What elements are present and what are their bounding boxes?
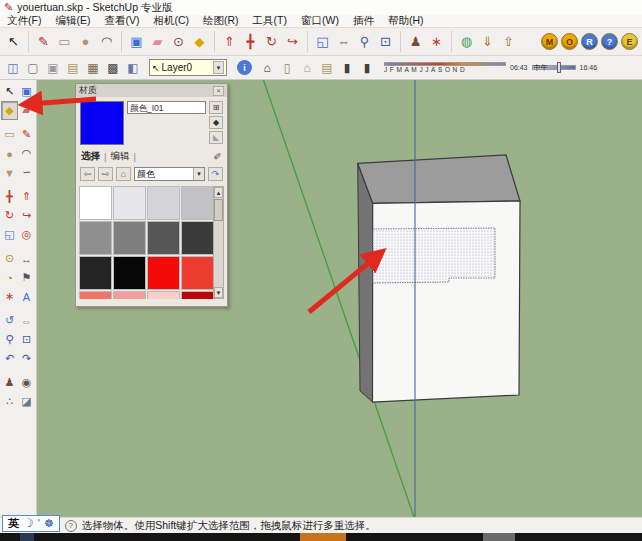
dimension-tool-button[interactable]: ↔	[18, 249, 35, 268]
color-swatch[interactable]	[147, 221, 180, 255]
xray-mode-button[interactable]: ◫	[3, 58, 23, 78]
orbit-tool-button[interactable]: ↺	[1, 311, 18, 330]
arc-tool-button[interactable]: ◠	[18, 144, 35, 163]
rectangle-tool-button[interactable]: ▭	[1, 125, 18, 144]
zoom-extents-button[interactable]: ⊡	[18, 330, 35, 349]
box-light-icon[interactable]: ▯	[277, 58, 297, 78]
tape-measure-button[interactable]: ⊙	[1, 249, 18, 268]
community-badge-button[interactable]: O	[561, 33, 578, 50]
color-swatch[interactable]	[147, 256, 180, 290]
color-swatch[interactable]	[181, 221, 214, 255]
zoom-tool-button[interactable]: ⚲	[1, 330, 18, 349]
zoom-tool-button[interactable]: ⚲	[354, 31, 375, 52]
make-component-button[interactable]: ▣	[121, 31, 147, 52]
color-swatch[interactable]	[147, 186, 180, 220]
color-swatch[interactable]	[79, 186, 112, 220]
scroll-down-icon[interactable]: ▼	[214, 287, 223, 298]
axes-tool-button[interactable]: ∗	[1, 287, 18, 306]
color-swatch[interactable]	[181, 186, 214, 220]
materials-dialog-titlebar[interactable]: 材质 ✕	[76, 84, 227, 97]
house-outline-icon[interactable]: ⌂	[297, 58, 317, 78]
move-tool-button[interactable]: ╋	[240, 31, 261, 52]
menu-item[interactable]: 相机(C)	[146, 14, 196, 28]
eraser-tool-button[interactable]: ▰	[18, 101, 35, 120]
paint-bucket-button[interactable]: ◆	[189, 31, 210, 52]
get-models-button[interactable]: ⇓	[477, 31, 498, 52]
scrollbar-thumb[interactable]	[214, 199, 223, 221]
rotate-tool-button[interactable]: ↻	[261, 31, 282, 52]
rectangle-tool-button[interactable]: ▭	[54, 31, 75, 52]
protractor-tool-button[interactable]: ◔	[1, 268, 18, 287]
color-swatch[interactable]	[113, 186, 146, 220]
look-around-button[interactable]: ◉	[18, 373, 35, 392]
pan-tool-button[interactable]: ⇔	[18, 311, 35, 330]
axes-tool-button[interactable]: ∗	[426, 31, 447, 52]
eraser-tool-button[interactable]: ▰	[147, 31, 168, 52]
collection-dropdown[interactable]: 颜色 ▼	[134, 167, 205, 181]
polygon-tool-button[interactable]: ▼	[1, 163, 18, 182]
shadow-time-slider[interactable]: 中午	[532, 65, 576, 70]
3d-text-tool-button[interactable]: A	[18, 287, 35, 306]
rotate-tool-button[interactable]: ↻	[1, 206, 18, 225]
scroll-up-icon[interactable]: ▲	[214, 187, 223, 198]
pan-tool-button[interactable]: ⇔	[333, 31, 354, 52]
select-tool-button[interactable]: ↖	[3, 31, 24, 52]
moon-icon[interactable]: ☽	[23, 516, 34, 530]
scale-tool-button[interactable]: ◱	[307, 31, 333, 52]
layer-dropdown[interactable]: ↖ Layer0 ▼	[149, 59, 227, 76]
community-badge-button[interactable]: ?	[601, 33, 618, 50]
punctuation-icon[interactable]: '	[38, 517, 40, 529]
offset-tool-button[interactable]: ◎	[18, 225, 35, 244]
menu-item[interactable]: 工具(T)	[246, 14, 294, 28]
position-camera-button[interactable]: ♟	[400, 31, 426, 52]
google-earth-button[interactable]: ◍	[451, 31, 477, 52]
back-button[interactable]: ⇦	[80, 167, 95, 181]
push-pull-button[interactable]: ⇑	[214, 31, 240, 52]
circle-tool-button[interactable]: ●	[75, 31, 96, 52]
tab-edit[interactable]: 编辑	[110, 150, 129, 163]
paint-bucket-button[interactable]: ◆	[1, 101, 18, 120]
home-button[interactable]: ⌂	[116, 167, 131, 181]
color-swatch[interactable]	[147, 291, 180, 299]
ime-toolbar[interactable]: 英 ☽ ' ☸	[2, 515, 60, 532]
community-badge-button[interactable]: R	[581, 33, 598, 50]
zoom-next-button[interactable]: ↷	[18, 349, 35, 368]
follow-me-button[interactable]: ↪	[18, 206, 35, 225]
color-swatch[interactable]	[181, 291, 214, 299]
select-tool-button[interactable]: ↖	[1, 82, 18, 101]
selected-face[interactable]	[373, 228, 495, 283]
menu-item[interactable]: 编辑(E)	[48, 14, 97, 28]
tape-measure-button[interactable]: ⊙	[168, 31, 189, 52]
help-icon[interactable]: ?	[65, 520, 77, 532]
menu-item[interactable]: 插件	[346, 14, 381, 28]
move-tool-button[interactable]: ╋	[1, 187, 18, 206]
box-left-face[interactable]	[358, 163, 373, 402]
set-default-material-button[interactable]: ◆	[209, 116, 223, 129]
community-badge-button[interactable]: M	[541, 33, 558, 50]
color-swatch[interactable]	[113, 256, 146, 290]
zoom-extents-button[interactable]: ⊡	[375, 31, 396, 52]
make-component-button[interactable]: ▣	[18, 82, 35, 101]
follow-me-button[interactable]: ↪	[282, 31, 303, 52]
zoom-previous-button[interactable]: ↶	[1, 349, 18, 368]
sample-corner-button[interactable]: ◣	[209, 131, 223, 144]
walk-tool-button[interactable]: ∴	[1, 392, 18, 411]
menu-item[interactable]: 绘图(R)	[196, 14, 246, 28]
clipboard-icon-1[interactable]: ▮	[337, 58, 357, 78]
sample-paint-icon[interactable]: ✐	[214, 151, 222, 162]
menu-item[interactable]: 帮助(H)	[381, 14, 431, 28]
wireframe-button[interactable]: ▢	[23, 58, 43, 78]
layer-manager-button[interactable]: i	[237, 60, 252, 75]
line-tool-button[interactable]: ✎	[18, 125, 35, 144]
material-name-field[interactable]: 颜色_I01	[127, 101, 206, 114]
color-swatch[interactable]	[79, 291, 112, 299]
freehand-tool-button[interactable]: ∽	[18, 163, 35, 182]
house-dark-icon[interactable]: ⌂	[257, 58, 277, 78]
box-tan-icon[interactable]: ▤	[317, 58, 337, 78]
share-models-button[interactable]: ⇧	[498, 31, 519, 52]
text-tool-button[interactable]: ⚑	[18, 268, 35, 287]
swatch-scrollbar[interactable]: ▲ ▼	[213, 186, 224, 299]
forward-button[interactable]: ⇨	[98, 167, 113, 181]
scrollbar-track[interactable]	[214, 222, 223, 287]
in-model-button[interactable]: ↷	[208, 167, 223, 181]
